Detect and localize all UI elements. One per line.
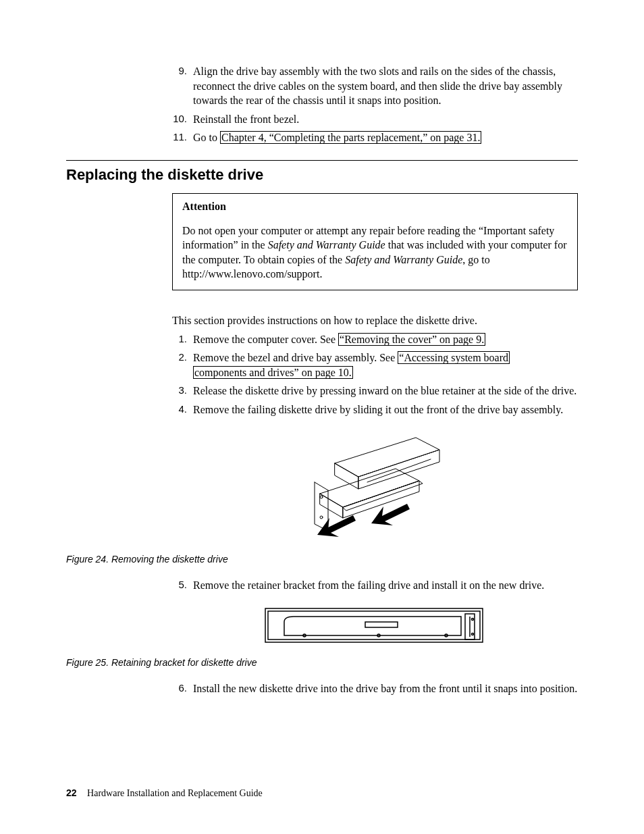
cross-ref-link[interactable]: “Accessing system board bbox=[398, 351, 510, 364]
step-2: 2. Remove the bezel and drive bay assemb… bbox=[172, 350, 578, 380]
svg-line-8 bbox=[315, 482, 328, 490]
step-text-pre: Go to bbox=[193, 132, 220, 143]
svg-rect-18 bbox=[365, 622, 398, 627]
attention-body: Do not open your computer or attempt any… bbox=[182, 224, 568, 282]
figure-25-illustration bbox=[172, 607, 578, 648]
step-4: 4. Remove the failing diskette drive by … bbox=[172, 402, 578, 417]
step-1: 1. Remove the computer cover. See “Remov… bbox=[172, 332, 578, 347]
svg-point-22 bbox=[471, 633, 473, 635]
chapter-link[interactable]: Chapter 4, “Completing the parts replace… bbox=[220, 131, 481, 144]
step-number: 9. bbox=[172, 64, 187, 78]
step-number: 3. bbox=[172, 384, 187, 397]
svg-marker-6 bbox=[320, 494, 343, 518]
svg-marker-11 bbox=[317, 515, 356, 537]
svg-marker-12 bbox=[371, 504, 410, 525]
svg-marker-0 bbox=[335, 438, 439, 477]
section-intro: This section provides instructions on ho… bbox=[172, 313, 578, 328]
page-footer: 22 Hardware Installation and Replacement… bbox=[66, 787, 263, 799]
instructions-block-3: 6. Install the new diskette drive into t… bbox=[172, 681, 578, 696]
step-number: 6. bbox=[172, 681, 187, 695]
section-heading: Replacing the diskette drive bbox=[66, 166, 578, 184]
continued-steps: 9. Align the drive bay assembly with the… bbox=[172, 64, 578, 145]
instructions-block-2: 5. Remove the retainer bracket from the … bbox=[172, 578, 578, 593]
figure-24-caption: Figure 24. Removing the diskette drive bbox=[66, 554, 578, 565]
svg-marker-7 bbox=[343, 481, 423, 511]
step-text: Release the diskette drive by pressing i… bbox=[193, 385, 576, 396]
cross-ref-link[interactable]: components and drives” on page 10. bbox=[193, 366, 353, 379]
step-number: 1. bbox=[172, 332, 187, 346]
step-text-pre: Remove the bezel and drive bay assembly.… bbox=[193, 352, 398, 363]
step-9: 9. Align the drive bay assembly with the… bbox=[172, 64, 578, 108]
step-number: 2. bbox=[172, 350, 187, 364]
step-6: 6. Install the new diskette drive into t… bbox=[172, 681, 578, 696]
step-text-pre: Remove the computer cover. See bbox=[193, 334, 338, 345]
step-11: 11. Go to Chapter 4, “Completing the par… bbox=[172, 130, 578, 145]
step-number: 10. bbox=[172, 112, 187, 126]
cross-ref-link[interactable]: “Removing the cover” on page 9. bbox=[338, 333, 485, 346]
figure-25-caption: Figure 25. Retaining bracket for diskett… bbox=[66, 657, 578, 668]
step-number: 5. bbox=[172, 578, 187, 592]
attention-box: Attention Do not open your computer or a… bbox=[172, 193, 578, 290]
step-10: 10. Reinstall the front bezel. bbox=[172, 112, 578, 127]
guide-name: Safety and Warranty Guide bbox=[268, 239, 385, 251]
step-text: Remove the failing diskette drive by sli… bbox=[193, 404, 563, 415]
attention-title: Attention bbox=[182, 199, 568, 214]
guide-name: Safety and Warranty Guide bbox=[345, 254, 462, 265]
svg-point-21 bbox=[471, 619, 473, 621]
step-3: 3. Release the diskette drive by pressin… bbox=[172, 384, 578, 398]
section-divider bbox=[66, 160, 578, 161]
step-text: Remove the retainer bracket from the fai… bbox=[193, 579, 544, 591]
instructions-block: This section provides instructions on ho… bbox=[172, 313, 578, 417]
svg-rect-13 bbox=[265, 608, 483, 642]
step-text: Install the new diskette drive into the … bbox=[193, 683, 577, 694]
page-number: 22 bbox=[66, 787, 77, 798]
step-text: Reinstall the front bezel. bbox=[193, 113, 299, 125]
svg-marker-1 bbox=[358, 450, 439, 489]
figure-24-illustration bbox=[172, 429, 578, 544]
step-number: 11. bbox=[172, 130, 187, 144]
footer-title: Hardware Installation and Replacement Gu… bbox=[87, 788, 263, 798]
step-5: 5. Remove the retainer bracket from the … bbox=[172, 578, 578, 593]
svg-point-9 bbox=[320, 496, 323, 498]
svg-point-10 bbox=[320, 516, 323, 519]
step-text: Align the drive bay assembly with the tw… bbox=[193, 66, 562, 106]
step-number: 4. bbox=[172, 402, 187, 416]
